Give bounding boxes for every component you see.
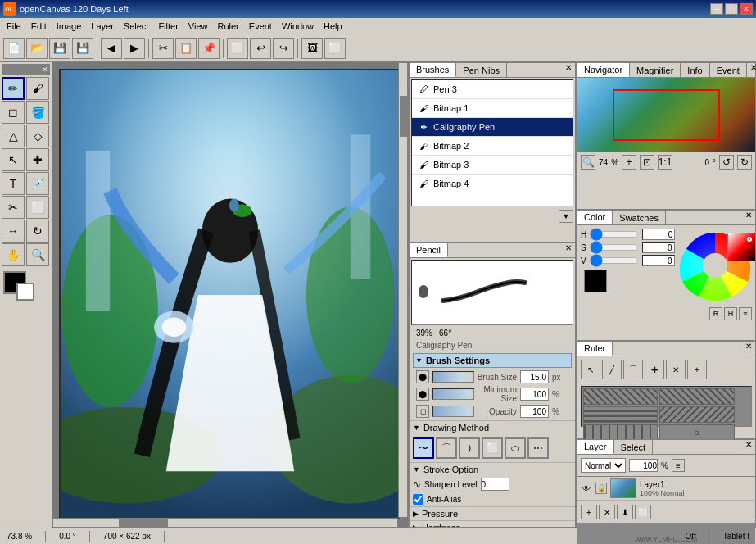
ruler-btn-move[interactable]: ✚ xyxy=(645,360,664,379)
menu-help[interactable]: Help xyxy=(319,20,347,33)
tab-layer[interactable]: Layer xyxy=(577,440,614,454)
layer-dup-btn[interactable]: ⬜ xyxy=(635,505,651,519)
menu-select[interactable]: Select xyxy=(119,20,154,33)
layer-close[interactable]: ✕ xyxy=(742,440,755,454)
tool-shape2[interactable]: ◇ xyxy=(26,125,49,147)
tb-redo[interactable]: ↪ xyxy=(273,38,294,59)
layer-del-btn[interactable]: ✕ xyxy=(599,505,615,519)
tb-cut[interactable]: ✂ xyxy=(152,38,174,59)
nav-actual[interactable]: 1:1 xyxy=(658,155,672,170)
tab-pencil[interactable]: Pencil xyxy=(410,243,448,257)
tool-move[interactable]: ✚ xyxy=(26,148,49,171)
layer-eye-icon[interactable]: 👁 xyxy=(581,483,592,494)
color-v-slider[interactable] xyxy=(590,256,639,265)
brush-item-pen3[interactable]: 🖊 Pen 3 xyxy=(412,80,573,99)
drawing-method-header[interactable]: ▼ Drawing Method xyxy=(410,420,575,434)
toolbox-close[interactable]: ✕ xyxy=(42,66,48,74)
color-v-input[interactable] xyxy=(642,255,675,266)
tb-undo[interactable]: ↩ xyxy=(250,38,271,59)
horizontal-scrollbar[interactable] xyxy=(52,518,398,528)
maximize-button[interactable]: □ xyxy=(725,3,738,15)
draw-btn-circle[interactable]: ⬭ xyxy=(505,437,526,459)
tool-eyedrop[interactable]: 💉 xyxy=(26,172,49,195)
tool-pen[interactable]: ✏ xyxy=(2,77,25,100)
min-size-icon[interactable]: ⬤ xyxy=(416,388,429,401)
navigator-close[interactable]: ✕ xyxy=(747,63,756,77)
ruler-btn-line[interactable]: ╱ xyxy=(602,360,622,379)
brush-item-caligraphy[interactable]: ✒ Caligraphy Pen xyxy=(412,118,573,137)
tool-brush[interactable]: 🖌 xyxy=(26,77,49,100)
ruler-btn-arrow[interactable]: ↖ xyxy=(581,360,600,379)
tab-brushes[interactable]: Brushes xyxy=(410,63,456,77)
antialias-checkbox[interactable] xyxy=(413,494,423,505)
opacity-value[interactable] xyxy=(520,405,549,418)
draw-btn-wave[interactable]: 〜 xyxy=(413,437,434,459)
tb-save[interactable]: 💾 xyxy=(49,38,70,59)
sharpen-value[interactable] xyxy=(481,478,509,491)
tab-select[interactable]: Select xyxy=(614,440,654,454)
min-size-value[interactable] xyxy=(520,388,549,401)
nav-fit[interactable]: ⊡ xyxy=(640,155,654,170)
draw-btn-zigzag[interactable]: ⟩ xyxy=(459,437,480,459)
color-mode-hsv[interactable]: H xyxy=(724,307,737,320)
color-h-slider[interactable] xyxy=(590,230,639,238)
tb-paste[interactable]: 📌 xyxy=(198,38,220,59)
layer-item-1[interactable]: 👁 🔓 Layer1 100% Normal xyxy=(577,477,755,501)
tb-select-rect[interactable]: ⬜ xyxy=(227,38,248,59)
layer-add-btn[interactable]: + xyxy=(581,505,597,519)
tab-ruler[interactable]: Ruler xyxy=(577,342,613,356)
ruler-close[interactable]: ✕ xyxy=(742,342,755,356)
pressure-header[interactable]: ▶ Pressure xyxy=(410,506,575,520)
menu-ruler[interactable]: Ruler xyxy=(213,20,244,33)
nav-rotate-ccw[interactable]: ↺ xyxy=(719,155,734,170)
current-color-swatch[interactable] xyxy=(584,270,607,292)
close-button[interactable]: ✕ xyxy=(740,3,753,15)
nav-rotate-cw[interactable]: ↻ xyxy=(737,155,752,170)
menu-event[interactable]: Event xyxy=(244,20,277,33)
tool-zoom[interactable]: 🔍 xyxy=(26,243,49,266)
nav-zoom-in[interactable]: + xyxy=(622,155,636,170)
hardness-header[interactable]: ▶ Hardness xyxy=(410,520,575,528)
brush-size-icon[interactable]: ⬤ xyxy=(416,370,429,383)
layer-opacity[interactable] xyxy=(629,459,658,472)
tab-navigator[interactable]: Navigator xyxy=(577,63,630,77)
layer-blend-mode[interactable]: Normal xyxy=(581,458,626,473)
tool-eraser[interactable]: ◻ xyxy=(2,101,25,124)
minimize-button[interactable]: ─ xyxy=(710,3,723,15)
color-s-slider[interactable] xyxy=(590,243,639,252)
brush-size-value[interactable] xyxy=(520,370,549,383)
tab-event[interactable]: Event xyxy=(710,63,747,77)
tb-frame[interactable]: ⬜ xyxy=(324,38,346,59)
brush-item-bitmap1[interactable]: 🖌 Bitmap 1 xyxy=(412,99,573,118)
menu-file[interactable]: File xyxy=(2,20,26,33)
brush-options-btn[interactable]: ▼ xyxy=(559,210,573,223)
brush-item-bitmap4[interactable]: 🖌 Bitmap 4 xyxy=(412,175,573,193)
menu-filter[interactable]: Filter xyxy=(153,20,183,33)
brush-item-bitmap2[interactable]: 🖌 Bitmap 2 xyxy=(412,137,573,156)
ruler-btn-add[interactable]: + xyxy=(687,360,707,379)
tool-rotate[interactable]: ↻ xyxy=(26,220,49,243)
tool-rect-select[interactable]: ⬜ xyxy=(26,196,49,219)
menu-window[interactable]: Window xyxy=(277,20,319,33)
sv-box[interactable] xyxy=(727,233,756,261)
opacity-slider[interactable] xyxy=(432,406,474,417)
tb-new[interactable]: 📄 xyxy=(3,38,25,59)
pencil-panel-close[interactable]: ✕ xyxy=(562,243,575,257)
title-bar-buttons[interactable]: ─ □ ✕ xyxy=(710,3,753,15)
tb-next[interactable]: ▶ xyxy=(124,38,145,59)
tool-transform[interactable]: ↔ xyxy=(2,220,25,243)
min-size-slider[interactable] xyxy=(432,388,474,400)
layer-merge-btn[interactable]: ⬇ xyxy=(617,505,633,519)
tool-text[interactable]: T xyxy=(2,172,25,195)
draw-btn-dots[interactable]: ⋯ xyxy=(527,437,549,459)
layer-options-btn[interactable]: ≡ xyxy=(672,459,685,472)
canvas-area[interactable] xyxy=(52,62,408,528)
draw-btn-square[interactable]: ⬜ xyxy=(482,437,503,459)
tool-crop[interactable]: ✂ xyxy=(2,196,25,219)
color-mode-options[interactable]: ≡ xyxy=(739,307,752,320)
nav-preview[interactable] xyxy=(577,78,755,152)
color-h-input[interactable] xyxy=(642,229,675,240)
tool-hand[interactable]: ✋ xyxy=(2,243,25,266)
opacity-icon[interactable]: ◻ xyxy=(416,405,429,418)
tab-color[interactable]: Color xyxy=(577,211,613,224)
